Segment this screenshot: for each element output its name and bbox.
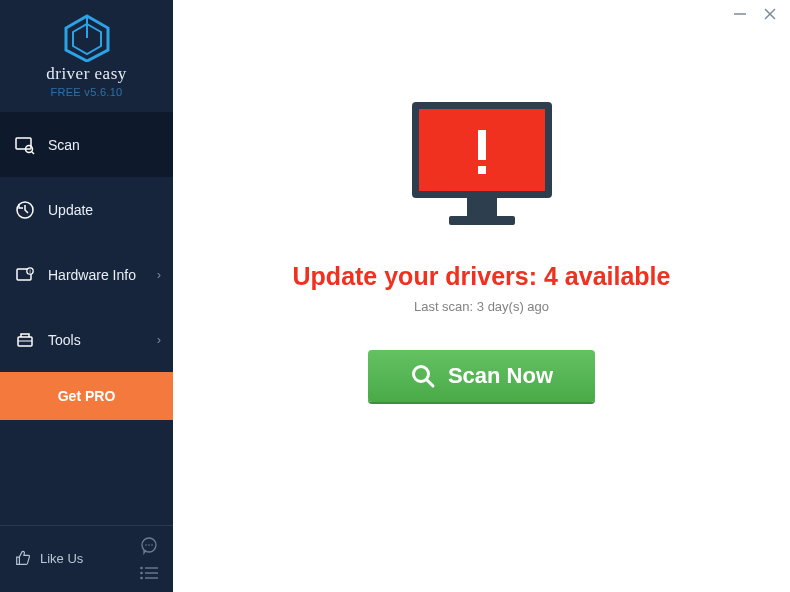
chat-icon[interactable] [139,536,159,556]
scan-icon [14,134,36,156]
headline: Update your drivers: 4 available [293,262,671,291]
logo-block: driver easy FREE v5.6.10 [0,0,173,108]
close-icon [763,7,777,21]
svg-point-16 [145,544,147,546]
svg-point-21 [140,572,143,575]
svg-line-8 [32,151,34,153]
svg-rect-6 [16,138,31,149]
bottom-icons [139,536,159,580]
scan-now-label: Scan Now [448,363,553,389]
version-label: FREE v5.6.10 [50,86,122,98]
close-button[interactable] [762,6,778,22]
svg-point-23 [140,577,143,580]
svg-point-18 [151,544,153,546]
magnify-icon [410,363,436,389]
sidebar-nav: Scan Update i Hardware Info › Tools [0,112,173,372]
spacer [0,420,173,525]
update-icon [14,199,36,221]
main-panel: Update your drivers: 4 available Last sc… [173,0,790,592]
thumbs-up-icon [14,549,32,567]
sidebar-item-label: Hardware Info [48,267,136,283]
svg-rect-30 [449,216,515,225]
svg-point-19 [140,567,143,570]
sidebar-item-label: Scan [48,137,80,153]
svg-line-32 [427,380,433,386]
sidebar-item-hardware-info[interactable]: i Hardware Info › [0,242,173,307]
svg-rect-27 [478,130,486,160]
app-window: driver easy FREE v5.6.10 Scan Update i [0,0,790,592]
get-pro-button[interactable]: Get PRO [0,372,173,420]
window-titlebar [173,0,790,28]
chevron-right-icon: › [157,267,161,282]
tools-icon [14,329,36,351]
minimize-button[interactable] [732,6,748,22]
svg-point-17 [148,544,150,546]
minimize-icon [733,7,747,21]
chevron-right-icon: › [157,332,161,347]
svg-rect-28 [478,166,486,174]
brand-name: driver easy [46,64,127,84]
svg-rect-29 [467,198,497,216]
like-us-label: Like Us [40,551,83,566]
sidebar-item-label: Tools [48,332,81,348]
sidebar-item-update[interactable]: Update [0,177,173,242]
scan-now-button[interactable]: Scan Now [368,350,595,402]
sidebar-bottom: Like Us [0,525,173,592]
last-scan-text: Last scan: 3 day(s) ago [414,299,549,314]
hardware-info-icon: i [14,264,36,286]
like-us-button[interactable]: Like Us [14,549,83,567]
svg-text:i: i [29,268,30,274]
sidebar-item-scan[interactable]: Scan [0,112,173,177]
sidebar-item-tools[interactable]: Tools › [0,307,173,372]
sidebar-item-label: Update [48,202,93,218]
alert-monitor-illustration [397,96,567,236]
app-logo-icon [61,14,113,62]
sidebar: driver easy FREE v5.6.10 Scan Update i [0,0,173,592]
list-menu-icon[interactable] [139,566,159,580]
